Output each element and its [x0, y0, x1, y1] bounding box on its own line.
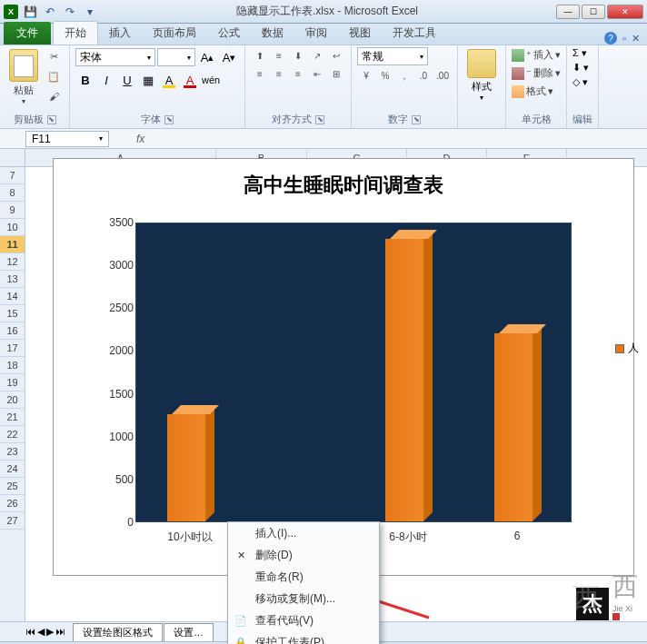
- fx-icon[interactable]: fx: [136, 133, 144, 145]
- row-header[interactable]: 21: [0, 409, 25, 426]
- paste-button[interactable]: 粘贴 ▾: [5, 47, 42, 105]
- font-name-combo[interactable]: 宋体 ▾: [75, 48, 155, 66]
- number-format-combo[interactable]: 常规▾: [357, 47, 428, 65]
- maximize-button[interactable]: ☐: [582, 5, 605, 19]
- row-header[interactable]: 8: [0, 184, 25, 202]
- name-box[interactable]: F11▾: [25, 131, 109, 147]
- currency-button[interactable]: ¥: [357, 67, 375, 84]
- row-header[interactable]: 11: [0, 236, 25, 253]
- context-menu-item[interactable]: ✕删除(D): [228, 544, 379, 566]
- close-button[interactable]: ✕: [607, 5, 643, 19]
- fill-button[interactable]: ⬇ ▾: [572, 62, 589, 74]
- styles-button[interactable]: 样式 ▾: [463, 47, 500, 102]
- sheet-nav-first[interactable]: ⏮: [25, 626, 35, 638]
- merge-button[interactable]: ⊞: [327, 65, 345, 82]
- worksheet-grid[interactable]: 789101112131415161718192021222324252627 …: [0, 149, 647, 621]
- expand-icon[interactable]: ⬊: [412, 115, 421, 124]
- row-header[interactable]: 15: [0, 305, 25, 322]
- row-header[interactable]: 9: [0, 202, 25, 219]
- row-header[interactable]: 18: [0, 357, 25, 374]
- bold-button[interactable]: B: [75, 70, 95, 90]
- clear-button[interactable]: ◇ ▾: [572, 76, 588, 88]
- help-icon[interactable]: ?: [604, 32, 617, 45]
- row-header[interactable]: 20: [0, 391, 25, 409]
- select-all-corner[interactable]: [0, 149, 25, 167]
- row-header[interactable]: 7: [0, 167, 25, 184]
- tab-data[interactable]: 数据: [251, 22, 294, 45]
- expand-icon[interactable]: ⬊: [315, 115, 324, 124]
- autosum-button[interactable]: Σ ▾: [572, 47, 587, 59]
- redo-button[interactable]: ↷: [62, 4, 78, 20]
- copy-button[interactable]: 📋: [44, 67, 64, 85]
- file-tab[interactable]: 文件: [4, 22, 51, 45]
- row-header[interactable]: 17: [0, 340, 25, 357]
- row-header[interactable]: 14: [0, 288, 25, 305]
- tab-home[interactable]: 开始: [53, 21, 98, 45]
- font-color-button[interactable]: A: [180, 70, 200, 90]
- sheet-nav-last[interactable]: ⏭: [55, 626, 65, 638]
- format-cells-button[interactable]: 格式 ▾: [512, 84, 553, 99]
- grow-font-button[interactable]: A▴: [197, 47, 217, 67]
- row-header[interactable]: 22: [0, 426, 25, 443]
- align-right-button[interactable]: ≡: [289, 65, 307, 82]
- dec-dec-button[interactable]: .00: [433, 67, 452, 84]
- row-header[interactable]: 23: [0, 443, 25, 461]
- sheet-nav-prev[interactable]: ◀: [37, 626, 45, 638]
- percent-button[interactable]: %: [376, 67, 394, 84]
- sheet-tab[interactable]: 设置绘图区格式: [73, 623, 163, 641]
- align-center-button[interactable]: ≡: [270, 65, 288, 82]
- row-header[interactable]: 24: [0, 461, 25, 478]
- align-top-button[interactable]: ⬆: [251, 47, 269, 64]
- italic-button[interactable]: I: [96, 70, 116, 90]
- row-header[interactable]: 27: [0, 512, 25, 530]
- wrap-button[interactable]: ↩: [327, 47, 345, 64]
- qat-custom-icon[interactable]: ▾: [82, 4, 98, 20]
- font-size-combo[interactable]: ▾: [157, 48, 195, 66]
- ribbon-min-icon[interactable]: ▫: [622, 33, 626, 44]
- brush-button[interactable]: 🖌: [44, 87, 64, 105]
- fill-color-button[interactable]: A: [159, 70, 179, 90]
- indent-dec-button[interactable]: ⇤: [308, 65, 326, 82]
- sheet-nav-next[interactable]: ▶: [46, 626, 54, 638]
- context-menu-item[interactable]: 📄查看代码(V): [228, 609, 379, 631]
- tab-formulas[interactable]: 公式: [207, 22, 251, 45]
- minimize-button[interactable]: —: [556, 5, 580, 19]
- save-button[interactable]: 💾: [22, 4, 38, 20]
- context-menu-item[interactable]: 🔒保护工作表(P)...: [228, 631, 379, 644]
- tab-layout[interactable]: 页面布局: [142, 22, 207, 45]
- row-header[interactable]: 13: [0, 271, 25, 288]
- tab-review[interactable]: 审阅: [294, 22, 338, 45]
- underline-button[interactable]: U: [117, 70, 137, 90]
- row-header[interactable]: 26: [0, 495, 25, 512]
- tab-view[interactable]: 视图: [338, 22, 382, 45]
- align-bot-button[interactable]: ⬇: [289, 47, 307, 64]
- row-header[interactable]: 10: [0, 219, 25, 236]
- shrink-font-button[interactable]: A▾: [219, 47, 239, 67]
- inc-dec-button[interactable]: .0: [414, 67, 433, 84]
- chart-object[interactable]: 高中生睡眠时间调查表 0500100015002000250030003500 …: [53, 158, 634, 576]
- row-header[interactable]: 16: [0, 322, 25, 340]
- row-header[interactable]: 19: [0, 374, 25, 391]
- align-left-button[interactable]: ≡: [251, 65, 269, 82]
- row-header[interactable]: 12: [0, 253, 25, 271]
- insert-cells-button[interactable]: ⁺插入 ▾: [512, 47, 561, 63]
- legend-label: 人: [628, 341, 639, 356]
- context-menu-item[interactable]: 插入(I)...: [228, 522, 379, 544]
- expand-icon[interactable]: ⬊: [47, 115, 56, 124]
- tab-dev[interactable]: 开发工具: [382, 22, 447, 45]
- comma-button[interactable]: ,: [395, 67, 413, 84]
- delete-cells-button[interactable]: ⁻删除 ▾: [512, 65, 561, 81]
- border-button[interactable]: ▦: [138, 70, 158, 90]
- expand-icon[interactable]: ⬊: [164, 115, 174, 124]
- context-menu-item[interactable]: 重命名(R): [228, 566, 379, 588]
- sheet-tab[interactable]: 设置…: [164, 623, 214, 641]
- undo-button[interactable]: ↶: [42, 4, 58, 20]
- orientation-button[interactable]: ↗: [308, 47, 326, 64]
- context-menu-item[interactable]: 移动或复制(M)...: [228, 588, 379, 609]
- row-header[interactable]: 25: [0, 478, 25, 495]
- doc-close-icon[interactable]: ✕: [632, 33, 640, 45]
- tab-insert[interactable]: 插入: [98, 22, 142, 45]
- cut-button[interactable]: ✂: [44, 47, 64, 65]
- phonetic-button[interactable]: wén: [201, 70, 221, 90]
- align-mid-button[interactable]: ≡: [270, 47, 288, 64]
